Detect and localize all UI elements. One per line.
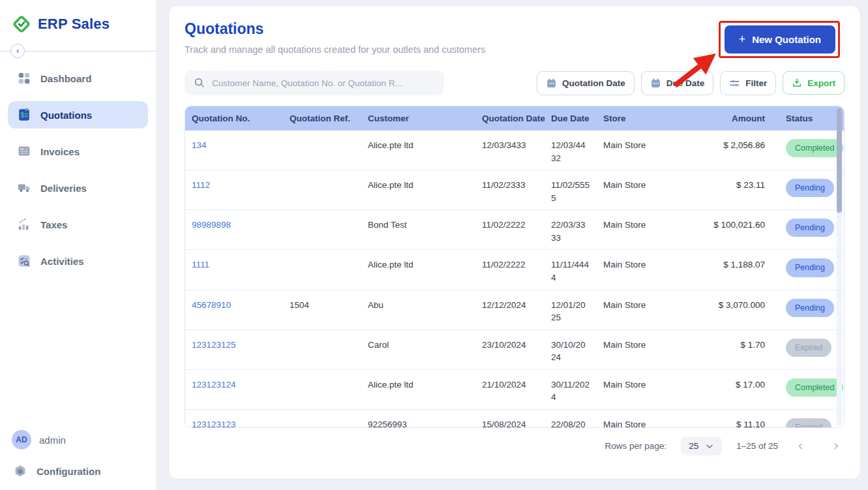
cell-quotation-date: 12/03/3433: [475, 130, 545, 170]
cell-store: Main Store: [597, 170, 681, 210]
table-row[interactable]: 1111Alice.pte ltd11/02/222211/11/4444Mai…: [185, 250, 845, 290]
taxes-icon: [17, 217, 31, 232]
quotation-link[interactable]: 1112: [192, 180, 210, 190]
activities-icon: [17, 254, 31, 268]
cell-quotation-ref: [283, 329, 361, 369]
table-row[interactable]: 1112Alice.pte ltd11/02/233311/02/5555Mai…: [185, 170, 845, 210]
cell-due-date: 12/01/2025: [545, 290, 597, 329]
sidebar-divider: ‹: [0, 51, 156, 52]
new-quotation-area: + New Quotation: [725, 25, 835, 54]
sidebar-item-label: Taxes: [40, 219, 67, 230]
cell-amount: $ 1.70: [681, 329, 779, 369]
sidebar-item-taxes[interactable]: Taxes: [8, 211, 148, 238]
chevron-down-icon: [705, 442, 714, 451]
status-badge: Expired: [786, 339, 831, 357]
invoices-icon: [17, 144, 31, 159]
filter-label: Filter: [745, 78, 767, 88]
table-body: 134Alice.pte ltd12/03/343312/03/4432Main…: [185, 130, 845, 428]
cell-quotation-ref: 1504: [283, 290, 361, 329]
col-quotation-ref: Quotation Ref.: [283, 106, 361, 130]
sidebar-item-quotations[interactable]: $ Quotations: [8, 101, 148, 129]
quotation-date-filter-button[interactable]: Quotation Date: [537, 71, 635, 95]
sidebar-item-invoices[interactable]: Invoices: [8, 138, 148, 165]
sidebar-item-dashboard[interactable]: Dashboard: [8, 65, 148, 92]
cell-quotation-no: 1111: [185, 250, 283, 290]
avatar: AD: [12, 430, 31, 450]
rows-per-page-label: Rows per page:: [605, 441, 667, 451]
cell-amount: $ 23.11: [681, 170, 779, 210]
status-badge: Completed: [786, 378, 843, 397]
cell-quotation-ref: [283, 250, 361, 290]
table-scrollbar[interactable]: [837, 108, 842, 425]
sidebar-collapse-button[interactable]: ‹: [10, 44, 25, 58]
cell-store: Main Store: [597, 210, 681, 250]
next-page-button[interactable]: [831, 442, 841, 451]
table-row[interactable]: 456789101504Abu12/12/202412/01/2025Main …: [185, 290, 845, 329]
cell-customer: Alice.pte ltd: [361, 250, 475, 290]
cell-status: Expired: [779, 409, 845, 428]
due-date-filter-button[interactable]: Due Date: [641, 71, 714, 95]
quotation-link[interactable]: 45678910: [192, 300, 231, 310]
sidebar-item-activities[interactable]: Activities: [8, 247, 148, 275]
search-input[interactable]: [212, 78, 435, 88]
cell-customer: Bond Test: [361, 210, 475, 250]
cell-quotation-ref: [283, 170, 361, 210]
previous-page-button[interactable]: [796, 442, 805, 451]
cell-quotation-no: 1112: [185, 170, 283, 210]
table-row[interactable]: 1231231239225699315/08/202422/08/2024Mai…: [185, 409, 845, 428]
calendar-icon: [650, 78, 661, 89]
user-account[interactable]: AD admin: [0, 423, 156, 456]
due-date-filter-label: Due Date: [666, 78, 705, 88]
quotation-link[interactable]: 1111: [192, 260, 209, 269]
cell-quotation-ref: [283, 369, 361, 409]
table-row[interactable]: 98989898Bond Test11/02/222222/03/3333Mai…: [185, 210, 845, 250]
table-row[interactable]: 123123124Alice.pte ltd21/10/202430/11/20…: [185, 369, 845, 409]
status-badge: Expired: [786, 418, 831, 428]
brand-logo-icon: [12, 14, 31, 34]
quotation-link[interactable]: 123123124: [192, 380, 236, 390]
quotation-link[interactable]: 98989898: [192, 220, 231, 230]
quotation-link[interactable]: 123123125: [192, 340, 236, 350]
cell-quotation-date: 11/02/2333: [475, 170, 545, 210]
cell-quotation-date: 12/12/2024: [475, 290, 545, 329]
cell-due-date: 22/08/2024: [545, 409, 597, 428]
cell-store: Main Store: [597, 250, 681, 290]
toolbar: Quotation Date Due Date: [185, 70, 845, 95]
quotation-link[interactable]: 134: [192, 140, 207, 150]
status-badge: Pending: [786, 219, 834, 237]
cell-due-date: 11/02/5555: [545, 170, 597, 210]
main-content: Quotations Track and manage all quotatio…: [157, 0, 868, 480]
cell-quotation-date: 23/10/2024: [475, 329, 545, 369]
quotations-card: Quotations Track and manage all quotatio…: [168, 5, 861, 480]
sidebar-item-deliveries[interactable]: Deliveries: [8, 174, 148, 202]
search-icon: [194, 77, 205, 89]
sidebar-item-label: Activities: [40, 256, 84, 267]
brand-name: ERP Sales: [38, 16, 110, 33]
cell-quotation-date: 11/02/2222: [475, 250, 545, 290]
cell-store: Main Store: [597, 290, 681, 329]
filter-button[interactable]: Filter: [720, 71, 776, 95]
cell-status: Pending: [779, 170, 845, 210]
pagination: Rows per page: 25 1–25 of 25: [185, 436, 845, 455]
cell-due-date: 12/03/4432: [545, 130, 597, 170]
cell-quotation-ref: [283, 210, 361, 250]
rows-per-page-value: 25: [689, 441, 698, 451]
rows-per-page-select[interactable]: 25: [681, 436, 722, 455]
sidebar-nav: Dashboard $ Quotations: [0, 65, 156, 275]
table-row[interactable]: 134Alice.pte ltd12/03/343312/03/4432Main…: [185, 130, 845, 170]
table-scrollbar-thumb[interactable]: [837, 108, 842, 213]
new-quotation-button[interactable]: + New Quotation: [725, 25, 835, 54]
cell-quotation-no: 123123125: [185, 329, 283, 369]
cell-amount: $ 2,056.86: [681, 130, 779, 170]
export-button[interactable]: Export: [783, 71, 845, 95]
cell-amount: $ 100,021.60: [681, 210, 779, 250]
sidebar-item-configuration[interactable]: Configuration: [0, 456, 156, 483]
cell-amount: $ 1,188.07: [681, 250, 779, 290]
search-box[interactable]: [185, 70, 444, 95]
cell-status: Expired: [779, 329, 845, 369]
quotation-link[interactable]: 123123123: [192, 420, 236, 428]
cell-due-date: 22/03/3333: [545, 210, 597, 250]
cell-quotation-no: 123123123: [185, 409, 283, 428]
table-row[interactable]: 123123125Carol23/10/202430/10/2024Main S…: [185, 329, 845, 369]
cell-store: Main Store: [597, 409, 681, 428]
